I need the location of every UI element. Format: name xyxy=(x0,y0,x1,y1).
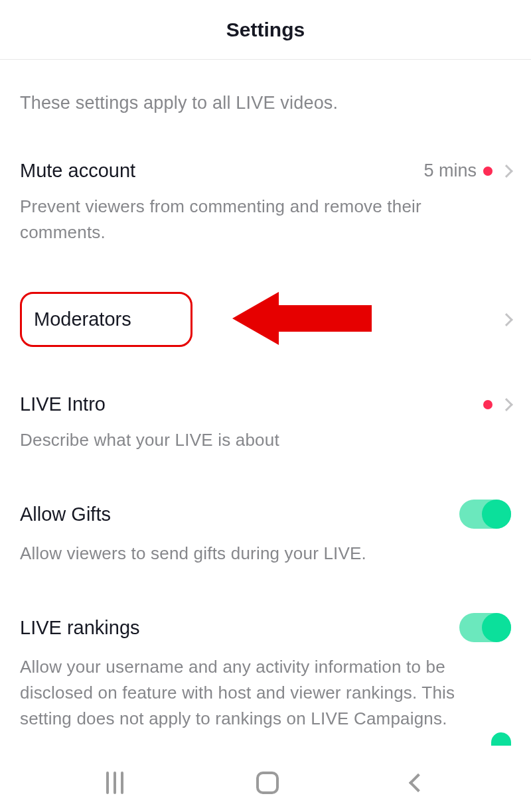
page-title: Settings xyxy=(226,19,305,41)
setting-description: Allow your username and any activity inf… xyxy=(20,654,511,732)
intro-text: These settings apply to all LIVE videos. xyxy=(20,93,511,113)
svg-marker-0 xyxy=(232,292,372,345)
moderators-highlight-box: Moderators xyxy=(20,292,192,347)
indicator-dot-icon xyxy=(483,400,493,409)
chevron-right-icon xyxy=(500,398,513,411)
setting-description: Prevent viewers from commenting and remo… xyxy=(20,194,511,245)
setting-live-intro[interactable]: LIVE Intro Describe what your LIVE is ab… xyxy=(20,393,511,453)
chevron-right-icon xyxy=(500,165,513,178)
toggle-knob-icon xyxy=(482,613,511,642)
nav-back-button[interactable] xyxy=(409,774,427,792)
header: Settings xyxy=(0,0,531,60)
settings-content: These settings apply to all LIVE videos.… xyxy=(0,93,531,732)
setting-live-rankings: LIVE rankings Allow your username and an… xyxy=(20,613,511,732)
setting-value-group: 5 mins xyxy=(423,161,511,181)
nav-home-button[interactable] xyxy=(256,772,279,794)
setting-value-group xyxy=(483,400,511,409)
chevron-right-icon xyxy=(500,313,513,326)
live-rankings-toggle[interactable] xyxy=(459,613,511,642)
setting-allow-gifts: Allow Gifts Allow viewers to send gifts … xyxy=(20,500,511,567)
navigation-bar xyxy=(0,754,531,812)
setting-title: Allow Gifts xyxy=(20,504,111,525)
setting-description: Allow viewers to send gifts during your … xyxy=(20,541,511,567)
toggle-knob-icon xyxy=(482,500,511,529)
setting-title: Moderators xyxy=(34,308,179,330)
allow-gifts-toggle[interactable] xyxy=(459,500,511,529)
setting-title: LIVE Intro xyxy=(20,393,106,415)
partial-toggle-icon xyxy=(491,732,511,746)
indicator-dot-icon xyxy=(483,167,493,176)
arrow-annotation-icon xyxy=(232,289,372,351)
setting-value-group xyxy=(499,315,511,324)
nav-recents-button[interactable] xyxy=(106,772,123,794)
setting-mute-account[interactable]: Mute account 5 mins Prevent viewers from… xyxy=(20,160,511,245)
setting-moderators[interactable]: Moderators xyxy=(20,292,511,347)
setting-title: Mute account xyxy=(20,160,135,182)
setting-value: 5 mins xyxy=(423,161,477,181)
setting-title: LIVE rankings xyxy=(20,617,140,639)
setting-description: Describe what your LIVE is about xyxy=(20,427,511,453)
